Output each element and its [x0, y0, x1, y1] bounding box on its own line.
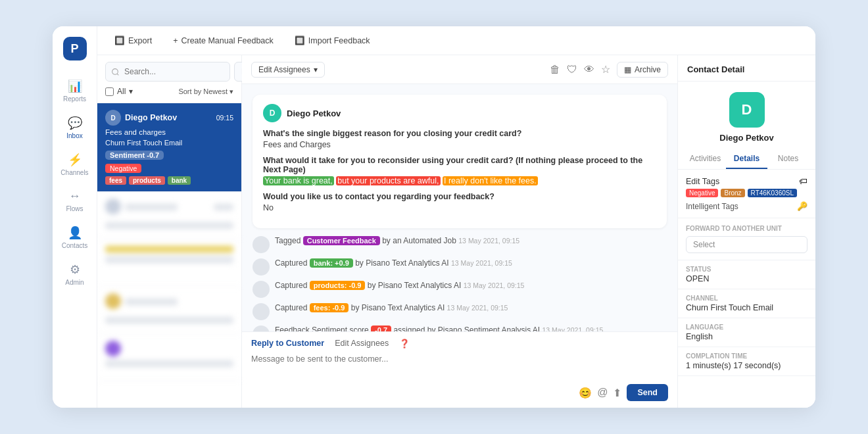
sidebar-nav: 📊 Reports 💬 Inbox ⚡ Channels ↔ Flows 👤 C…	[53, 74, 97, 291]
sidebar-item-label: Flows	[66, 205, 83, 212]
upload-icon[interactable]: ⬆	[613, 387, 621, 399]
language-value: English	[686, 332, 808, 341]
conv-item-blurred-2[interactable]	[97, 239, 241, 287]
conv-item-active[interactable]: D Diego Petkov 09:15 Fees and charges Ch…	[97, 103, 241, 192]
conv-time: 09:15	[216, 114, 233, 122]
highlight-orange: I really don't like the fees.	[443, 176, 538, 185]
conv-item-blurred-1[interactable]	[97, 192, 241, 239]
select-all-checkbox[interactable]: All ▾	[105, 87, 133, 96]
highlight-red: but your products are awful,	[336, 176, 440, 185]
sentiment-badge: Sentiment -0.7	[105, 151, 164, 160]
shield-icon[interactable]: 🛡	[567, 64, 577, 76]
tags-row: Negative Bronz RT46K0360SL	[686, 189, 808, 197]
conv-item-blurred-4[interactable]	[97, 334, 241, 381]
tab-activities[interactable]: Activities	[685, 149, 726, 169]
tab-notes[interactable]: Notes	[767, 149, 809, 169]
language-label: LANGUAGE	[686, 324, 808, 331]
search-input[interactable]	[105, 62, 230, 82]
sender-avatar: D	[263, 104, 281, 122]
eye-icon[interactable]: 👁	[584, 64, 594, 76]
forward-label: FORWARD TO ANOTHER UNIT	[686, 225, 808, 232]
flows-icon: ↔	[69, 189, 81, 203]
reply-to-customer-tab[interactable]: Reply to Customer	[251, 339, 324, 349]
forward-select[interactable]: Select	[686, 236, 808, 253]
tag-customer-feedback: Customer Feedback	[303, 236, 380, 245]
star-icon[interactable]: ☆	[601, 63, 610, 76]
contacts-icon: 👤	[68, 226, 82, 240]
contact-avatar-section: D Diego Petkov	[678, 82, 815, 149]
edit-assignees-tab[interactable]: Edit Assignees	[335, 339, 389, 349]
chat-header: Edit Assignees ▾ 🗑 🛡 👁 ☆ ▦ Archive	[242, 55, 677, 84]
tag-bank: bank: +0.9	[310, 258, 353, 268]
chevron-down-icon: ▾	[314, 65, 318, 74]
conv-subject: Fees and charges	[105, 128, 233, 136]
status-section: STATUS OPEN	[678, 260, 815, 289]
emoji-icon[interactable]: 😊	[579, 387, 592, 399]
edit-tags-row: Edit Tags 🏷	[686, 176, 808, 186]
message-sender: D Diego Petkov	[263, 104, 656, 122]
channel-value: Churn First Touch Email	[686, 303, 808, 312]
message-bubble: D Diego Petkov What's the single biggest…	[253, 95, 667, 228]
tag-negative: Negative	[686, 189, 718, 197]
at-icon[interactable]: @	[597, 387, 608, 398]
activity-avatar	[253, 281, 270, 298]
answer-2: Your bank is great, but your products ar…	[263, 176, 656, 185]
completion-time-value: 1 minuste(s) 17 second(s)	[686, 361, 808, 370]
activity-text: Feedback Sentiment score -0.7 assigned b…	[275, 326, 667, 331]
search-row: Filter ▼	[105, 62, 233, 82]
sidebar-item-flows[interactable]: ↔ Flows	[53, 184, 97, 218]
all-checkbox[interactable]	[105, 87, 114, 96]
send-button[interactable]: Send	[627, 384, 668, 401]
trash-icon[interactable]: 🗑	[550, 64, 560, 76]
archive-button[interactable]: ▦ Archive	[617, 62, 668, 78]
conv-tags: fees products bank	[105, 176, 233, 185]
sidebar-item-admin[interactable]: ⚙ Admin	[53, 257, 97, 291]
tag-fees: fees	[105, 176, 126, 185]
main-content: 🔲 Export + Create Manual Feedback 🔲 Impo…	[97, 26, 815, 408]
chat-messages: D Diego Petkov What's the single biggest…	[242, 84, 677, 331]
toolbar: 🔲 Export + Create Manual Feedback 🔲 Impo…	[97, 26, 815, 55]
status-label: STATUS	[686, 266, 808, 273]
sort-button[interactable]: Sort by Newest ▾	[178, 87, 233, 96]
reply-input[interactable]	[251, 354, 668, 378]
import-button[interactable]: 🔲 Import Feedback	[291, 33, 374, 48]
help-icon[interactable]: ❓	[399, 339, 410, 349]
conv-item-blurred-3[interactable]	[97, 287, 241, 334]
export-button[interactable]: 🔲 Export	[110, 33, 156, 48]
contact-tabs: Activities Details Notes	[678, 149, 815, 170]
sidebar-item-contacts[interactable]: 👤 Contacts	[53, 220, 97, 254]
reply-footer: 😊 @ ⬆ Send	[251, 384, 668, 401]
conv-channel: Churn First Touch Email	[105, 139, 233, 147]
sidebar: P 📊 Reports 💬 Inbox ⚡ Channels ↔ Flows 👤…	[53, 26, 97, 408]
question-1: What's the single biggest reason for you…	[263, 129, 656, 138]
import-icon: 🔲	[295, 36, 305, 45]
sender-name: Diego Petkov	[287, 108, 341, 118]
edit-assignees-button[interactable]: Edit Assignees ▾	[251, 62, 325, 78]
answer-1: Fees and Charges	[263, 140, 656, 149]
chevron-down-icon: ▾	[129, 87, 133, 96]
intelligent-tags-label: Intelligent Tags	[686, 202, 738, 211]
channel-section: CHANNEL Churn First Touch Email	[678, 289, 815, 318]
activity-sentiment: Feedback Sentiment score -0.7 assigned b…	[253, 326, 667, 331]
sidebar-item-inbox[interactable]: 💬 Inbox	[53, 110, 97, 145]
tab-details[interactable]: Details	[726, 149, 767, 169]
highlight-green: Your bank is great,	[263, 176, 334, 185]
activity-avatar	[253, 303, 270, 320]
chat-panel: Edit Assignees ▾ 🗑 🛡 👁 ☆ ▦ Archive	[242, 55, 677, 408]
intelligent-tags-row: Intelligent Tags 🔑	[686, 201, 808, 211]
activity-text: Tagged Customer Feedback by an Automated…	[275, 236, 667, 245]
sidebar-item-reports[interactable]: 📊 Reports	[53, 74, 97, 108]
conv-item-header: D Diego Petkov 09:15	[105, 110, 233, 126]
channel-label: CHANNEL	[686, 295, 808, 302]
create-manual-button[interactable]: + Create Manual Feedback	[169, 34, 277, 48]
contact-detail-header: Contact Detail	[678, 55, 815, 82]
contact-detail: Contact Detail D Diego Petkov Activities…	[677, 55, 815, 408]
tag-icon[interactable]: 🏷	[799, 176, 808, 186]
avatar: D	[105, 110, 121, 126]
edit-tags-label: Edit Tags	[686, 177, 719, 186]
sidebar-item-channels[interactable]: ⚡ Channels	[53, 147, 97, 181]
sidebar-item-label: Admin	[65, 279, 84, 286]
key-icon[interactable]: 🔑	[797, 201, 808, 211]
forward-section: FORWARD TO ANOTHER UNIT Select	[678, 218, 815, 260]
app-logo: P	[63, 37, 87, 60]
